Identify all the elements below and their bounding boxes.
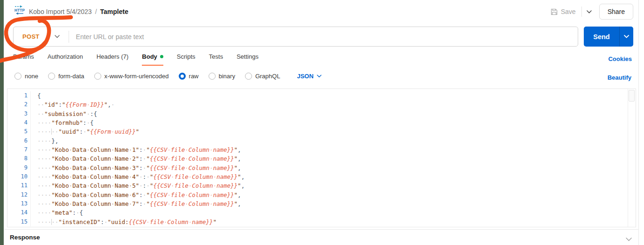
tab-label: Params bbox=[13, 53, 34, 60]
editor-scrollbar-thumb[interactable] bbox=[629, 90, 635, 102]
radio-label: none bbox=[25, 73, 38, 80]
code-line: 3··"submission"·:{ bbox=[7, 109, 636, 118]
code-text[interactable]: ····"formhub":·{ bbox=[31, 118, 93, 127]
radio-label: binary bbox=[219, 73, 235, 80]
radio-circle-icon bbox=[14, 73, 21, 80]
radio-circle-icon bbox=[245, 73, 252, 80]
beautify-link[interactable]: Beautify bbox=[608, 74, 631, 81]
breadcrumb-request-name[interactable]: Tamplete bbox=[100, 8, 128, 15]
response-section-title: Response bbox=[10, 234, 40, 241]
postman-request-window: HTTP Kobo Import 5/4/2023 / Tamplete Sav… bbox=[0, 0, 644, 245]
tab-authorization[interactable]: Authorization bbox=[48, 53, 83, 66]
code-text[interactable]: ····"Kobo·Data·Column·Name·1":·"{{CSV·fi… bbox=[31, 145, 241, 154]
request-url-bar: POST bbox=[13, 27, 578, 47]
tab-label: Authorization bbox=[48, 53, 83, 60]
unsaved-changes-dot-icon bbox=[160, 55, 163, 58]
tab-label: Body bbox=[142, 53, 157, 60]
line-number: 3 bbox=[7, 109, 31, 118]
code-text[interactable]: ····}, bbox=[31, 136, 58, 145]
url-input[interactable] bbox=[69, 27, 578, 46]
svg-text:HTTP: HTTP bbox=[14, 8, 25, 13]
radio-graphql[interactable]: GraphQL bbox=[245, 73, 280, 80]
code-line: 6····}, bbox=[7, 136, 636, 145]
breadcrumb-separator: / bbox=[95, 8, 97, 15]
code-line: 14····"meta":·{ bbox=[7, 208, 636, 217]
send-options-chevron-icon[interactable] bbox=[619, 27, 633, 47]
code-line: 8····"Kobo·Data·Column·Name·2":·"{{CSV·f… bbox=[7, 154, 636, 163]
line-number: 10 bbox=[7, 172, 31, 181]
radio-label: GraphQL bbox=[255, 73, 280, 80]
code-line: 12····"Kobo·Data·Column·Name·6":·"{{CSV·… bbox=[7, 191, 636, 199]
code-text[interactable]: ····"Kobo·Data·Column·Name·6":·"{{CSV·fi… bbox=[31, 191, 241, 199]
line-number: 2 bbox=[7, 100, 31, 109]
language-chevron-icon bbox=[317, 75, 322, 78]
tab-label: Scripts bbox=[177, 53, 196, 60]
tab-body[interactable]: Body bbox=[142, 53, 163, 66]
tab-headers-7[interactable]: Headers (7) bbox=[97, 53, 129, 66]
tab-label: Settings bbox=[237, 53, 259, 60]
radio-raw[interactable]: raw bbox=[179, 73, 199, 80]
body-type-radios: noneform-datax-www-form-urlencodedrawbin… bbox=[14, 73, 322, 80]
code-text[interactable]: ······"uuid":·"{{Form·uuid}}" bbox=[31, 127, 139, 136]
save-divider bbox=[581, 7, 582, 17]
radio-none[interactable]: none bbox=[14, 73, 38, 80]
code-text[interactable]: ··"id":"{{Form·ID}}",· bbox=[31, 100, 115, 109]
send-button-group: Send bbox=[584, 27, 633, 47]
response-collapse-chevron-icon[interactable] bbox=[626, 235, 632, 243]
save-label: Save bbox=[561, 8, 576, 15]
line-number: 15 bbox=[7, 218, 31, 226]
code-text[interactable]: ····"Kobo·Data·Column·Name·4"·:·"{{CSV·f… bbox=[31, 172, 245, 181]
code-text[interactable]: ····"Kobo·Data·Column·Name·7":·"{{CSV·fi… bbox=[31, 199, 241, 208]
code-line: 7····"Kobo·Data·Column·Name·1":·"{{CSV·f… bbox=[7, 145, 636, 154]
line-number: 5 bbox=[7, 127, 31, 136]
save-options-chevron-icon[interactable] bbox=[587, 10, 592, 14]
method-chevron-icon bbox=[55, 35, 60, 38]
body-language-select[interactable]: JSON bbox=[297, 73, 321, 80]
radio-x-www-form-urlencoded[interactable]: x-www-form-urlencoded bbox=[94, 73, 169, 80]
line-number: 4 bbox=[7, 118, 31, 127]
code-text[interactable]: ····"meta":·{ bbox=[31, 208, 83, 217]
code-line: 5······"uuid":·"{{Form·uuid}}" bbox=[7, 127, 636, 136]
breadcrumb: Kobo Import 5/4/2023 / Tamplete bbox=[29, 8, 128, 15]
tab-params[interactable]: Params bbox=[13, 53, 34, 66]
body-editor[interactable]: 1{2··"id":"{{Form·ID}}",·3··"submission"… bbox=[7, 88, 636, 227]
breadcrumb-collection[interactable]: Kobo Import 5/4/2023 bbox=[29, 8, 92, 15]
tab-settings[interactable]: Settings bbox=[237, 53, 259, 66]
radio-binary[interactable]: binary bbox=[209, 73, 235, 80]
radio-circle-icon bbox=[209, 73, 216, 80]
radio-circle-icon bbox=[94, 73, 101, 80]
cookies-link[interactable]: Cookies bbox=[608, 55, 632, 62]
send-button[interactable]: Send bbox=[584, 27, 619, 47]
save-button[interactable]: Save bbox=[551, 8, 576, 15]
code-line: 10····"Kobo·Data·Column·Name·4"·:·"{{CSV… bbox=[7, 172, 636, 181]
tabs-bar: ParamsAuthorizationHeaders (7)BodyScript… bbox=[13, 53, 259, 66]
response-divider bbox=[4, 229, 638, 230]
share-button[interactable]: Share bbox=[599, 4, 633, 20]
code-line: 11····"Kobo·Data·Column·Name·5"·:·"{{CSV… bbox=[7, 181, 636, 190]
code-text[interactable]: { bbox=[31, 91, 41, 100]
tab-label: Tests bbox=[209, 53, 223, 60]
header-actions: Save Share bbox=[551, 4, 633, 20]
tab-scripts[interactable]: Scripts bbox=[177, 53, 196, 66]
code-text[interactable]: ··"submission"·:{ bbox=[31, 109, 97, 118]
language-label: JSON bbox=[297, 73, 313, 80]
left-edge-strip bbox=[0, 0, 4, 245]
code-text[interactable]: ····"Kobo·Data·Column·Name·3":·"{{CSV·fi… bbox=[31, 163, 241, 172]
code-line: 1{ bbox=[7, 91, 636, 100]
save-icon bbox=[551, 8, 558, 15]
radio-form-data[interactable]: form-data bbox=[48, 73, 84, 80]
radio-label: form-data bbox=[58, 73, 84, 80]
code-line: 15······"instanceID":·"uuid:{{CSV·file·C… bbox=[7, 218, 636, 226]
code-text[interactable]: ····"Kobo·Data·Column·Name·5"·:·"{{CSV·f… bbox=[31, 181, 245, 190]
line-number: 9 bbox=[7, 163, 31, 172]
code-line: 13····"Kobo·Data·Column·Name·7":·"{{CSV·… bbox=[7, 199, 636, 208]
tab-label: Headers (7) bbox=[97, 53, 129, 60]
code-text[interactable]: ······"instanceID":·"uuid:{{CSV·file·Col… bbox=[31, 218, 217, 226]
editor-scrollbar[interactable] bbox=[628, 89, 636, 227]
line-number: 12 bbox=[7, 191, 31, 199]
method-label: POST bbox=[22, 33, 40, 40]
tab-tests[interactable]: Tests bbox=[209, 53, 223, 66]
method-select[interactable]: POST bbox=[14, 27, 60, 46]
code-lines: 1{2··"id":"{{Form·ID}}",·3··"submission"… bbox=[7, 89, 636, 226]
code-text[interactable]: ····"Kobo·Data·Column·Name·2":·"{{CSV·fi… bbox=[31, 154, 241, 163]
